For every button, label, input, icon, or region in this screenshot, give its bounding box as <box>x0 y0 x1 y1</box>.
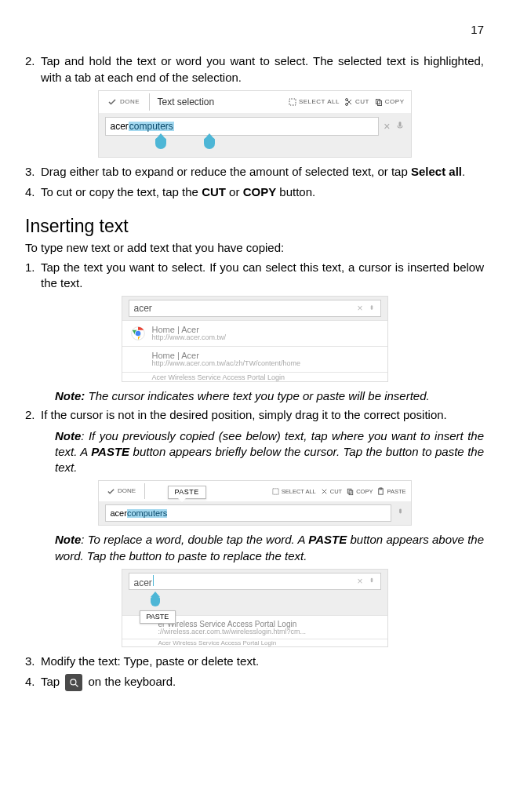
search-input[interactable]: acer computers <box>105 117 380 136</box>
svg-rect-0 <box>289 99 296 105</box>
select-all-label: SELECT ALL <box>299 99 340 105</box>
copy-icon <box>346 487 354 496</box>
label: COPY <box>356 489 373 495</box>
cut-label: CUT <box>355 99 369 105</box>
text: Modify the text: Type, paste or delete t… <box>41 654 259 668</box>
suggestion-url: ://wireless.acer.com.tw/wirelesslogin.ht… <box>158 628 307 635</box>
divider <box>144 483 145 499</box>
suggestion-url: http://www.acer.com.tw/ <box>152 334 227 341</box>
selection-handle-left[interactable] <box>155 138 166 154</box>
cut-term: CUT <box>202 185 226 198</box>
figure-suggestions: acer × Home | Acerhttp://www.acer.com.tw… <box>25 296 484 382</box>
mic-icon[interactable] <box>395 120 405 133</box>
clear-icon[interactable]: × <box>384 121 390 132</box>
select-all-button[interactable]: SELECT ALL <box>271 487 316 496</box>
cursor-handle[interactable] <box>151 592 160 606</box>
paste-popup-button[interactable]: PASTE <box>168 486 206 499</box>
copy-button[interactable]: COPY <box>346 487 373 496</box>
page-number: 17 <box>25 22 484 38</box>
note-paste-below: Note: If you previously copied (see belo… <box>25 428 484 476</box>
cut-button[interactable]: CUT <box>344 97 369 107</box>
note-paste-above: Note: To replace a word, double tap the … <box>25 532 484 564</box>
heading-inserting-text: Inserting text <box>25 214 484 239</box>
mic-icon[interactable] <box>396 507 405 519</box>
svg-rect-7 <box>273 489 278 494</box>
inserting-intro: To type new text or add text that you ha… <box>25 240 484 256</box>
insert-step-4: 4.Tap on the keyboard. <box>25 674 484 691</box>
selected-text: computers <box>127 509 167 518</box>
text: button. <box>276 185 315 198</box>
svg-point-12 <box>71 679 76 685</box>
text: To cut or copy the text, tap the <box>41 185 202 198</box>
paste-term: PASTE <box>91 445 129 458</box>
select-all-button[interactable]: SELECT ALL <box>288 97 340 107</box>
figure-text-selection: DONE Text selection SELECT ALL CUT COPY <box>25 90 484 158</box>
note-label: Note <box>55 429 81 442</box>
note-body: The cursor indicates where text you type… <box>85 389 429 402</box>
select-all-icon <box>271 487 280 496</box>
mic-icon[interactable] <box>368 304 376 314</box>
input-value: acer <box>134 577 152 588</box>
search-input[interactable]: acer × <box>129 300 381 317</box>
toolbar-title: Text selection <box>150 97 288 107</box>
step-3-drag-tab: 3.Drag either tab to expand or reduce th… <box>25 164 484 180</box>
done-button[interactable]: DONE <box>99 97 149 107</box>
cursor-icon <box>153 575 154 586</box>
suggestion-url: http://www.acer.com.tw/ac/zh/TW/content/… <box>152 360 301 367</box>
text: on the keyboard. <box>85 675 176 688</box>
suggestion-row-partial: Acer Wireless Service Access Portal Logi… <box>122 372 387 381</box>
chrome-icon <box>130 326 146 341</box>
input-prefix: acer <box>111 122 129 131</box>
done-label: DONE <box>118 488 136 494</box>
note-body: : To replace a word, double tap the word… <box>81 533 308 546</box>
clear-icon[interactable]: × <box>357 577 362 586</box>
input-value: acer <box>134 304 152 313</box>
go-key-icon <box>65 674 82 691</box>
label: SELECT ALL <box>282 489 316 495</box>
check-icon <box>107 97 117 107</box>
done-button[interactable]: DONE <box>99 487 144 496</box>
clear-icon[interactable]: × <box>357 304 362 313</box>
step-text: Tap and hold the text or word you want t… <box>41 54 484 83</box>
cut-icon <box>320 487 329 496</box>
copy-term: COPY <box>243 185 277 198</box>
copy-icon <box>374 97 384 107</box>
figure-paste-toolbar: DONE PASTE SELECT ALL CUT COPY PASTE ace… <box>25 480 484 526</box>
paste-button[interactable]: PASTE <box>376 487 405 496</box>
note-cursor: Note: The cursor indicates where text yo… <box>25 388 484 404</box>
label: PASTE <box>387 489 405 495</box>
copy-label: COPY <box>385 99 405 105</box>
search-input[interactable]: acer computers <box>105 504 391 522</box>
svg-point-6 <box>135 331 140 337</box>
insert-step-1: 1.Tap the text you want to select. If yo… <box>25 260 484 292</box>
text: . <box>462 165 465 178</box>
note-label: Note <box>55 533 81 546</box>
paste-icon <box>376 487 385 496</box>
paste-popup-button[interactable]: PASTE <box>140 610 176 624</box>
selection-handle-right[interactable] <box>204 138 215 154</box>
insert-step-3: 3.Modify the text: Type, paste or delete… <box>25 654 484 669</box>
note-label: Note: <box>55 389 85 402</box>
cut-button[interactable]: CUT <box>320 487 342 496</box>
select-all-icon <box>288 97 297 107</box>
text: Tap the text you want to select. If you … <box>41 260 484 289</box>
suggestion-row[interactable]: Home | Acerhttp://www.acer.com.tw/ <box>122 320 387 346</box>
input-prefix: acer <box>111 509 127 518</box>
check-icon <box>107 487 115 496</box>
select-all-term: Select all <box>411 165 462 178</box>
label: CUT <box>330 489 342 495</box>
suggestion-row[interactable]: Home | Acerhttp://www.acer.com.tw/ac/zh/… <box>122 346 387 372</box>
selected-text: computers <box>129 122 174 131</box>
figure-cursor-paste: acer × PASTE er Wireless Service Access … <box>25 569 484 647</box>
cut-icon <box>344 97 354 107</box>
done-label: DONE <box>120 99 140 105</box>
paste-term: PASTE <box>308 533 347 546</box>
text: Tap <box>41 675 63 688</box>
suggestion-row-partial: Acer Wireless Service Access Portal Logi… <box>122 639 387 646</box>
text: Drag either tab to expand or reduce the … <box>41 165 411 178</box>
step-2-select-hold: 2.Tap and hold the text or word you want… <box>25 53 484 86</box>
search-input[interactable]: acer × <box>129 573 381 590</box>
mic-icon[interactable] <box>368 577 376 586</box>
text: If the cursor is not in the desired posi… <box>41 408 447 421</box>
copy-button[interactable]: COPY <box>374 97 405 107</box>
